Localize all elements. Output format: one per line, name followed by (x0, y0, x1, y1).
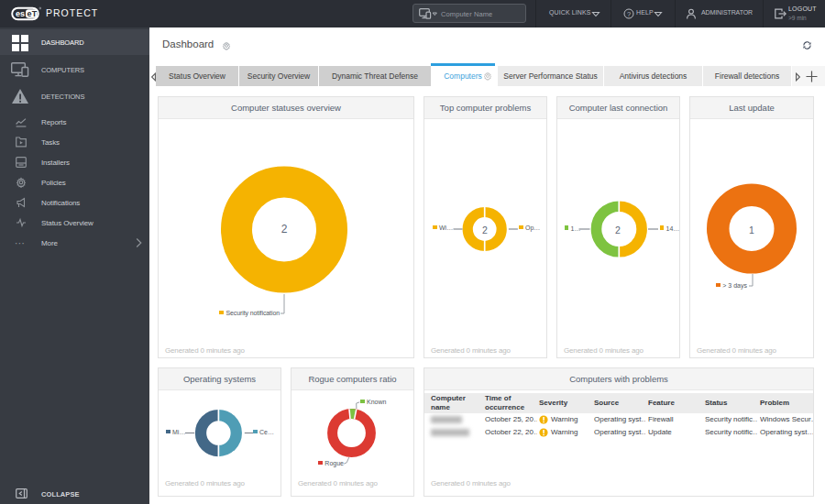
svg-text:es: es (16, 9, 25, 18)
svg-text:?: ? (627, 10, 631, 18)
svg-text:T: T (32, 9, 38, 18)
svg-text:e: e (28, 9, 32, 18)
